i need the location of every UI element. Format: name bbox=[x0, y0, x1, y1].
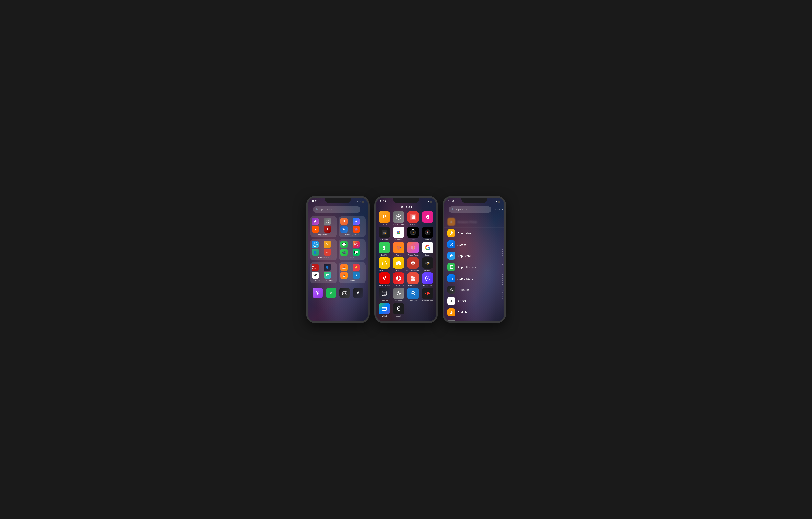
alpha-o[interactable]: O bbox=[502, 274, 504, 276]
app-safari[interactable] bbox=[312, 241, 319, 248]
alpha-h[interactable]: H bbox=[502, 260, 504, 262]
app-item-headphones[interactable]: Headphones bbox=[378, 257, 391, 271]
app-icon-firefox[interactable] bbox=[393, 242, 404, 253]
app-settings-1[interactable] bbox=[324, 218, 331, 225]
app-wikipedia[interactable]: W bbox=[312, 272, 319, 279]
alpha-index[interactable]: A B C D E F G H I J K L M N O P Q bbox=[502, 246, 504, 300]
alpha-u[interactable]: U bbox=[502, 286, 504, 288]
list-icon-appleframes[interactable] bbox=[447, 263, 455, 271]
app-icon-scanpro[interactable]: SCAN bbox=[379, 288, 390, 299]
list-item-appleframes[interactable]: Apple Frames bbox=[444, 262, 504, 273]
app-messenger[interactable]: ✈ bbox=[353, 218, 360, 225]
folder-suggestions[interactable]: ☁ ★ Suggestions bbox=[310, 216, 337, 237]
alpha-f[interactable]: F bbox=[502, 256, 504, 258]
list-icon-annotable[interactable]: A bbox=[447, 229, 455, 237]
app-item-compass[interactable]: Compass bbox=[421, 226, 434, 241]
app-icon-1111[interactable]: 1⁴ bbox=[379, 211, 390, 223]
list-item-amazon[interactable]: a Amazon Prime bbox=[444, 216, 504, 227]
dock-podcasts[interactable] bbox=[313, 288, 323, 298]
app-icon-home[interactable] bbox=[393, 257, 404, 269]
alpha-y[interactable]: Y bbox=[502, 294, 504, 296]
app-soundcloud-1[interactable]: ☁ bbox=[312, 225, 319, 233]
app-icon-testflight[interactable] bbox=[407, 288, 419, 299]
app-icon-pdfsearch[interactable]: PDF bbox=[407, 272, 419, 284]
list-item-asos[interactable]: a ASOS bbox=[444, 295, 504, 307]
app-todoist[interactable]: ✓ bbox=[324, 249, 331, 256]
app-icon-compass[interactable] bbox=[422, 226, 433, 238]
app-icon-operatouch[interactable] bbox=[393, 272, 404, 284]
list-item-appstore[interactable]: App Store bbox=[444, 250, 504, 262]
app-item-vodafone[interactable]: V My Vodafone bbox=[378, 272, 391, 286]
list-icon-apollo[interactable] bbox=[447, 241, 455, 248]
app-icon-chrome[interactable] bbox=[393, 226, 404, 238]
alpha-b[interactable]: B bbox=[502, 248, 504, 250]
list-icon-appstore[interactable] bbox=[447, 252, 455, 260]
alpha-k[interactable]: K bbox=[502, 266, 504, 268]
alpha-a[interactable]: A bbox=[502, 246, 504, 248]
app-item-pdfsearch[interactable]: PDF PDF Search bbox=[406, 272, 420, 286]
alpha-q[interactable]: Q bbox=[502, 278, 504, 280]
app-apollo[interactable]: A ● bbox=[353, 288, 363, 298]
app-facetime[interactable]: 📹 bbox=[341, 249, 348, 256]
list-icon-asos[interactable]: a bbox=[447, 297, 455, 305]
app-item-authenticator[interactable]: Authenticator bbox=[392, 211, 405, 225]
cancel-button-3[interactable]: Cancel bbox=[495, 208, 503, 211]
app-spotify[interactable] bbox=[326, 288, 336, 298]
app-item-wallet[interactable]: Wallet bbox=[378, 303, 391, 317]
app-word[interactable]: W bbox=[341, 225, 348, 233]
list-icon-audible[interactable] bbox=[447, 308, 455, 316]
alpha-i[interactable]: I bbox=[502, 262, 504, 264]
app-icon-findmy[interactable] bbox=[379, 242, 390, 253]
list-item-annotable[interactable]: A Annotable bbox=[444, 227, 504, 239]
app-item-home[interactable]: Home bbox=[392, 257, 405, 271]
app-item-operatouch[interactable]: Opera Touch bbox=[392, 272, 405, 286]
alpha-e[interactable]: E bbox=[502, 254, 504, 256]
app-icon-calculator[interactable] bbox=[379, 226, 390, 238]
app-reddit[interactable]: 👾 bbox=[353, 225, 360, 233]
folder-social[interactable]: 💬 📹 💬 Social bbox=[339, 239, 366, 260]
app-icon-bulb[interactable]: 6 bbox=[422, 211, 433, 223]
app-item-measure[interactable]: Measure bbox=[421, 257, 434, 271]
app-cardhop[interactable]: 👤 bbox=[312, 249, 319, 256]
app-item-justpress[interactable]: JustPressRecord bbox=[406, 257, 420, 271]
alpha-r[interactable]: R bbox=[502, 280, 504, 282]
app-maps[interactable]: 🗺 bbox=[324, 272, 331, 279]
app-icon-betterday[interactable]: ▦ bbox=[407, 211, 419, 223]
app-item-1111[interactable]: 1⁴ 1.1.1.1 bbox=[378, 211, 391, 225]
alpha-t[interactable]: T bbox=[502, 284, 504, 286]
app-messages[interactable]: 💬 bbox=[341, 241, 348, 248]
app-item-clock[interactable]: 123912 Clock bbox=[406, 226, 420, 241]
app-item-chrome[interactable]: Chrome bbox=[392, 226, 405, 241]
app-tripit[interactable]: ✈ bbox=[353, 272, 360, 279]
folder-utilities[interactable]: 🦊 ⚡ 🦊 ✈ Utilities bbox=[339, 262, 366, 283]
alpha-c[interactable]: C bbox=[502, 250, 504, 252]
app-icon-vodafone[interactable]: V bbox=[379, 272, 390, 284]
app-icon-google[interactable] bbox=[422, 242, 433, 253]
list-icon-amazon[interactable]: a bbox=[447, 218, 455, 226]
alpha-hash[interactable]: # bbox=[502, 298, 504, 300]
search-bar-1[interactable]: 🔍 App Library bbox=[313, 206, 360, 213]
app-item-findmy[interactable]: Find My bbox=[378, 242, 391, 256]
list-icon-artpaper[interactable] bbox=[447, 286, 455, 294]
dock-camera[interactable] bbox=[340, 288, 350, 298]
app-icon-justpress[interactable] bbox=[407, 257, 419, 269]
app-icon-clock[interactable]: 123912 bbox=[407, 226, 419, 238]
app-reeder2[interactable]: ⚡ bbox=[353, 264, 360, 271]
alpha-s[interactable]: S bbox=[502, 282, 504, 284]
app-icon-wallet[interactable] bbox=[379, 303, 390, 315]
app-shortcuts[interactable] bbox=[312, 218, 319, 225]
app-item-calculator[interactable]: Calculator bbox=[378, 226, 391, 241]
app-ynab[interactable]: Y bbox=[324, 241, 331, 248]
folder-productivity[interactable]: Y 👤 ✓ Productivity bbox=[310, 239, 337, 260]
app-item-testflight[interactable]: TestFlight bbox=[406, 288, 420, 302]
list-item-artpaper[interactable]: Artpaper bbox=[444, 284, 504, 295]
app-icon-watch[interactable] bbox=[393, 303, 404, 315]
app-silhouette[interactable]: 👤 bbox=[324, 264, 331, 271]
alpha-n[interactable]: N bbox=[502, 272, 504, 274]
alpha-d[interactable]: D bbox=[502, 252, 504, 254]
dock-apollo[interactable]: A ● bbox=[353, 288, 363, 298]
list-item-audible[interactable]: Audible bbox=[444, 307, 504, 318]
alpha-m[interactable]: M bbox=[502, 270, 504, 272]
app-item-firefoxfocus[interactable]: Firefox Focus bbox=[406, 242, 420, 256]
alpha-j[interactable]: J bbox=[502, 264, 504, 266]
